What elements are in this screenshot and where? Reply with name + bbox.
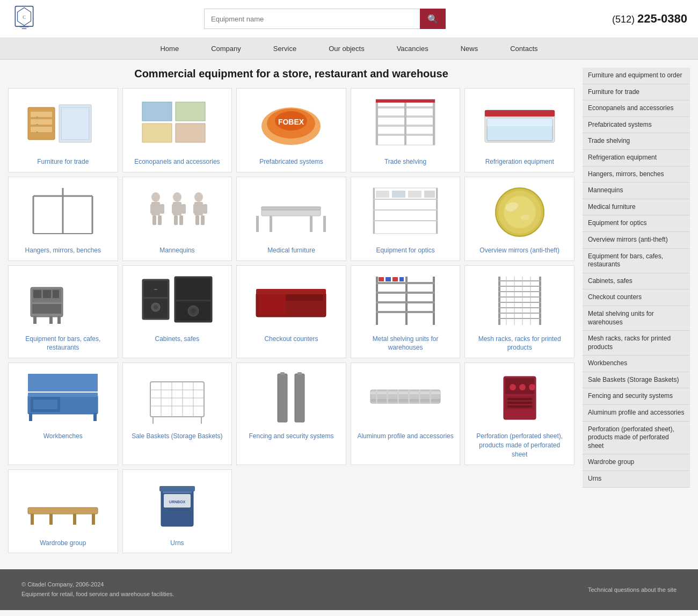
category-checkout[interactable]: Checkout counters (236, 265, 346, 359)
category-econopanels[interactable]: Econopanels and accessories (122, 88, 232, 172)
category-hangers[interactable]: Hangers, mirrors, benches (8, 177, 118, 261)
footer-tech-link[interactable]: Technical questions about the site (588, 586, 677, 593)
category-metal-shelving[interactable]: Metal shelving units for warehouses (351, 265, 461, 359)
nav-contacts[interactable]: Contacts (494, 38, 554, 59)
sidebar-item-trade-shelving[interactable]: Trade shelving (583, 133, 690, 150)
svg-rect-152 (376, 390, 377, 403)
category-image (248, 271, 334, 330)
svg-rect-169 (92, 514, 95, 525)
svg-rect-55 (203, 204, 207, 214)
sidebar-item-perforation[interactable]: Perforation (perforated sheet), products… (583, 422, 690, 455)
svg-rect-81 (32, 304, 61, 314)
nav-company[interactable]: Company (195, 38, 257, 59)
sidebar-item-bars[interactable]: Equipment for bars, cafes, restaurants (583, 249, 690, 273)
category-image (477, 368, 563, 427)
sidebar-item-prefab[interactable]: Prefabricated systems (583, 117, 690, 134)
phone-display: (512) 225-0380 (612, 12, 687, 26)
svg-rect-27 (376, 99, 378, 145)
svg-rect-134 (93, 413, 97, 421)
svg-rect-48 (172, 204, 176, 214)
nav-home[interactable]: Home (144, 38, 195, 59)
svg-rect-102 (259, 294, 286, 315)
sidebar-item-metal-shelving[interactable]: Metal shelving units for warehouses (583, 306, 690, 331)
svg-rect-87 (57, 316, 61, 324)
svg-point-163 (529, 384, 535, 390)
svg-rect-11 (36, 132, 38, 133)
category-prefab[interactable]: FOBEX Prefabricated systems (236, 88, 346, 172)
svg-rect-44 (152, 215, 156, 225)
sidebar-item-mannequins[interactable]: Mannequins (583, 183, 690, 199)
svg-rect-170 (49, 514, 53, 525)
sidebar-item-cabinets[interactable]: Cabinets, safes (583, 273, 690, 290)
card-label: Hangers, mirrors, benches (25, 246, 101, 255)
svg-rect-156 (419, 390, 420, 403)
category-image (248, 368, 334, 427)
nav-our-objects[interactable]: Our objects (312, 38, 380, 59)
svg-rect-34 (487, 118, 552, 126)
sidebar-item-wardrobe[interactable]: Wardrobe group (583, 454, 690, 471)
svg-point-40 (151, 192, 160, 202)
svg-rect-65 (373, 188, 375, 234)
sidebar-item-mirrors[interactable]: Overview mirrors (anti-theft) (583, 232, 690, 249)
phone-number: 225-0380 (637, 12, 687, 25)
svg-point-98 (191, 308, 196, 314)
svg-rect-12 (59, 105, 91, 142)
content-area: Commercial equipment for a store, restau… (8, 68, 575, 553)
category-fencing[interactable]: Fencing and security systems (236, 363, 346, 465)
nav-news[interactable]: News (445, 38, 495, 59)
svg-rect-107 (376, 292, 435, 294)
search-button[interactable]: 🔍 (420, 9, 446, 29)
svg-rect-8 (31, 127, 52, 132)
sidebar-item-medical[interactable]: Medical furniture (583, 199, 690, 216)
category-refrigeration[interactable]: Refrigeration equipment (464, 88, 575, 172)
category-wardrobe[interactable]: Wardrobe group (8, 469, 118, 554)
category-trade-shelving[interactable]: Trade shelving (351, 88, 461, 172)
card-label: Equipment for bars, cafes, restaurants (14, 335, 112, 353)
svg-rect-86 (49, 316, 53, 324)
category-mirrors[interactable]: Overview mirrors (anti-theft) (464, 177, 575, 261)
category-aluminum[interactable]: Aluminum profile and accessories (351, 363, 461, 465)
card-label: Metal shelving units for warehouses (357, 335, 455, 353)
sidebar-item-aluminum[interactable]: Aluminum profile and accessories (583, 405, 690, 422)
footer: © Citadel Company, 2006-2024 Equipment f… (0, 569, 698, 610)
svg-rect-110 (379, 277, 384, 281)
sidebar-item-hangers[interactable]: Hangers, mirrors, benches (583, 166, 690, 183)
category-medical[interactable]: Medical furniture (236, 177, 346, 261)
category-image (248, 183, 334, 242)
sidebar-item-refrigeration[interactable]: Refrigeration equipment (583, 150, 690, 166)
sidebar-item-econopanels[interactable]: Econopanels and accessories (583, 100, 690, 117)
category-urns[interactable]: URNBOX Urns (122, 469, 232, 554)
card-label: Equipment for optics (376, 246, 434, 255)
card-label: Econopanels and accessories (134, 157, 220, 166)
nav-service[interactable]: Service (257, 38, 312, 59)
category-mannequins[interactable]: Mannequins (122, 177, 232, 261)
sidebar-item-furniture-order[interactable]: Furniture and equipment to order (583, 68, 690, 84)
category-image (362, 94, 448, 153)
sidebar-item-optics[interactable]: Equipment for optics (583, 215, 690, 232)
svg-rect-112 (392, 277, 398, 281)
category-workbenches[interactable]: Workbenches (8, 363, 118, 465)
category-cabinets-safes[interactable]: Cabinets, safes (122, 265, 232, 359)
sidebar-item-sale-baskets[interactable]: Sale Baskets (Storage Baskets) (583, 372, 690, 389)
sidebar-item-checkout[interactable]: Checkout counters (583, 289, 690, 306)
category-furniture-trade[interactable]: Furniture for trade (8, 88, 118, 172)
sidebar-item-urns[interactable]: Urns (583, 471, 690, 488)
svg-rect-109 (376, 311, 435, 313)
category-mesh-racks[interactable]: Mesh racks, racks for printed products (464, 265, 575, 359)
search-input[interactable] (204, 9, 420, 29)
svg-rect-106 (376, 282, 435, 284)
sidebar-item-mesh-racks[interactable]: Mesh racks, racks for printed products (583, 331, 690, 356)
sidebar-item-fencing[interactable]: Fencing and security systems (583, 388, 690, 405)
category-optics[interactable]: Equipment for optics (351, 177, 461, 261)
sidebar-item-workbenches[interactable]: Workbenches (583, 356, 690, 372)
category-bars-cafes[interactable]: Equipment for bars, cafes, restaurants (8, 265, 118, 359)
svg-rect-16 (176, 102, 205, 121)
category-sale-baskets[interactable]: Sale Baskets (Storage Baskets) (122, 363, 232, 465)
category-perforation[interactable]: Perforation (perforated sheet), products… (464, 363, 575, 465)
nav-vacancies[interactable]: Vacancies (381, 38, 445, 59)
svg-rect-133 (29, 413, 32, 421)
main-container: Commercial equipment for a store, restau… (0, 60, 698, 569)
sidebar-item-furniture-trade[interactable]: Furniture for trade (583, 84, 690, 101)
svg-point-161 (510, 384, 516, 390)
card-label: Cabinets, safes (155, 335, 200, 344)
